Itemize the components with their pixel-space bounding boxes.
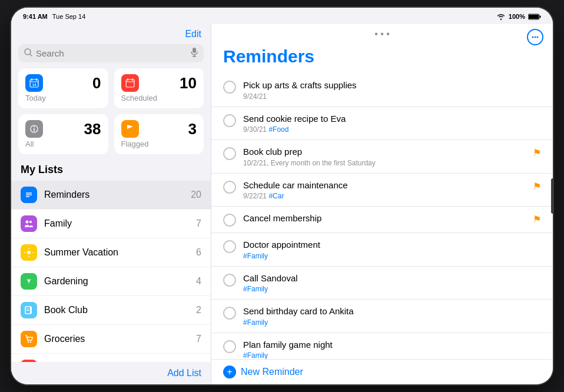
svg-rect-5 <box>193 48 196 53</box>
list-item-book-club[interactable]: Book Club 2 <box>11 296 211 325</box>
reminder-item: Plan family game night #Family <box>211 333 553 360</box>
smart-categories-grid: 14 0 Today <box>11 68 211 161</box>
reminders-list: Pick up arts & crafts supplies 9/24/21 S… <box>211 74 553 359</box>
sidebar-footer: Add List <box>11 362 211 384</box>
reminder-tag-r9: #Family <box>243 351 268 359</box>
groceries-list-icon <box>21 331 37 347</box>
list-count-reminders: 20 <box>191 190 201 200</box>
reminder-title-r7: Call Sandoval <box>243 273 541 284</box>
sidebar: Edit <box>11 24 211 384</box>
reminder-checkbox-r8[interactable] <box>223 307 236 320</box>
svg-point-36 <box>532 36 534 38</box>
reminder-checkbox-r1[interactable] <box>223 81 236 94</box>
home-button-indicator <box>551 178 553 214</box>
reminder-content-r9: Plan family game night #Family <box>243 339 541 360</box>
status-bar: 9:41 AM Tue Sep 14 100% <box>11 8 553 24</box>
reminder-checkbox-r2[interactable] <box>223 114 236 127</box>
flagged-label: Flagged <box>121 139 197 148</box>
lists-container: Reminders 20 Family 7 <box>11 181 211 362</box>
reminder-content-r2: Send cookie recipe to Eva 9/30/21 #Food <box>243 113 541 134</box>
list-item-summer-vacation[interactable]: Summer Vacation 6 <box>11 238 211 267</box>
status-time: 9:41 AM <box>23 13 48 20</box>
add-list-button[interactable]: Add List <box>167 368 201 378</box>
reminder-content-r8: Send birthday card to Ankita #Family <box>243 305 541 327</box>
smart-card-scheduled[interactable]: 10 Scheduled <box>114 68 204 108</box>
reminder-checkbox-r4[interactable] <box>223 181 236 194</box>
svg-point-38 <box>537 36 539 38</box>
reminder-content-r4: Schedule car maintenance 9/22/21 #Car <box>243 180 526 201</box>
flagged-count: 3 <box>188 120 197 138</box>
list-item-reminders[interactable]: Reminders 20 <box>11 181 211 210</box>
reminder-item: Call Sandoval #Family <box>211 267 553 300</box>
flag-icon-r5: ⚑ <box>533 214 541 225</box>
search-bar[interactable] <box>18 44 204 62</box>
reminder-content-r6: Doctor appointment #Family <box>243 239 541 260</box>
flagged-icon <box>121 120 139 138</box>
battery-percent: 100% <box>509 13 525 20</box>
list-item-family[interactable]: Family 7 <box>11 210 211 238</box>
svg-point-34 <box>30 341 31 343</box>
reminder-item: Cancel membership ⚑ <box>211 207 553 233</box>
reminder-subtitle-r3: 10/2/21, Every month on the first Saturd… <box>243 159 526 167</box>
list-item-gardening[interactable]: Gardening 4 <box>11 267 211 296</box>
reminder-content-r3: Book club prep 10/2/21, Every month on t… <box>243 146 526 167</box>
reminder-title-r6: Doctor appointment <box>243 239 541 251</box>
list-name-gardening: Gardening <box>44 276 189 287</box>
list-name-reminders: Reminders <box>44 190 184 200</box>
flag-icon-r4: ⚑ <box>533 181 541 192</box>
svg-point-33 <box>28 341 29 343</box>
gardening-list-icon <box>21 273 37 290</box>
new-reminder-button[interactable]: New Reminder <box>241 367 303 377</box>
more-options-button[interactable] <box>527 29 543 45</box>
svg-rect-2 <box>529 15 539 19</box>
today-label: Today <box>25 94 101 102</box>
svg-point-23 <box>29 221 32 223</box>
summer-list-icon <box>21 244 37 261</box>
reminder-subtitle-r1: 9/24/21 <box>243 92 541 101</box>
reminder-title-r2: Send cookie recipe to Eva <box>243 113 541 125</box>
list-count-bookclub: 2 <box>196 305 201 315</box>
reminder-checkbox-r9[interactable] <box>223 340 236 353</box>
svg-point-22 <box>26 221 29 224</box>
reminder-subtitle-r8: #Family <box>243 318 541 327</box>
all-icon <box>25 120 43 138</box>
list-name-summer: Summer Vacation <box>44 247 189 258</box>
svg-point-24 <box>27 251 31 254</box>
reminder-checkbox-r7[interactable] <box>223 274 236 287</box>
drag-handle-icon: • • • <box>374 29 390 39</box>
reminder-subtitle-r9: #Family <box>243 351 541 359</box>
svg-text:14: 14 <box>32 83 37 87</box>
status-date: Tue Sep 14 <box>52 13 85 20</box>
all-count: 38 <box>84 120 101 138</box>
svg-line-4 <box>30 54 32 56</box>
reminder-subtitle-r4: 9/22/21 #Car <box>243 192 526 200</box>
search-input[interactable] <box>36 48 187 58</box>
mic-icon <box>191 48 198 59</box>
reminder-checkbox-r6[interactable] <box>223 240 236 253</box>
edit-button[interactable]: Edit <box>185 29 201 39</box>
svg-point-37 <box>535 36 536 38</box>
detail-title: Reminders <box>211 44 553 74</box>
list-name-groceries: Groceries <box>44 334 189 344</box>
reminder-title-r4: Schedule car maintenance <box>243 180 526 191</box>
smart-card-today[interactable]: 14 0 Today <box>18 68 108 108</box>
reminder-item: Send cookie recipe to Eva 9/30/21 #Food <box>211 107 553 141</box>
reminder-item: Send birthday card to Ankita #Family <box>211 300 553 333</box>
detail-pane: • • • Reminders Pick up arts & c <box>211 24 553 384</box>
reminder-tag-r8: #Family <box>243 318 268 327</box>
today-count: 0 <box>92 74 101 92</box>
sidebar-header: Edit <box>11 24 211 42</box>
list-item-groceries[interactable]: Groceries 7 <box>11 325 211 354</box>
reminders-list-icon <box>21 187 37 203</box>
reminder-subtitle-r7: #Family <box>243 285 541 293</box>
reminder-tag-r6: #Family <box>243 252 268 260</box>
list-item-work[interactable]: Work 5 <box>11 354 211 362</box>
reminder-content-r7: Call Sandoval #Family <box>243 273 541 294</box>
smart-card-flagged[interactable]: 3 Flagged <box>114 114 204 154</box>
reminder-checkbox-r5[interactable] <box>223 214 236 227</box>
reminder-item: Book club prep 10/2/21, Every month on t… <box>211 140 553 174</box>
smart-card-all[interactable]: 38 All <box>18 114 108 154</box>
reminder-checkbox-r3[interactable] <box>223 147 236 160</box>
reminder-item: Doctor appointment #Family <box>211 233 553 267</box>
svg-point-18 <box>34 126 35 127</box>
